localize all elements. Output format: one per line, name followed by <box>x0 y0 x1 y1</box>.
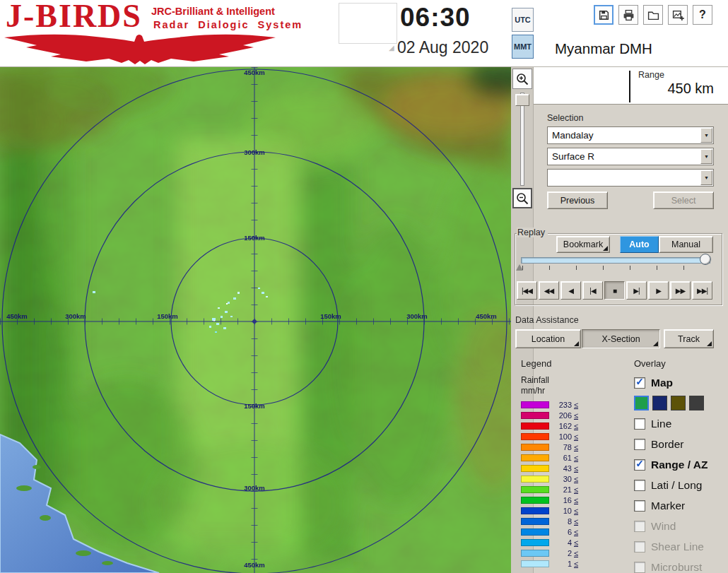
legend-le: ≤ <box>574 549 578 557</box>
map-style-swatch-olive[interactable] <box>671 396 686 410</box>
overlay-row-marker[interactable]: Marker <box>634 495 708 516</box>
legend-row: 21≤ <box>521 484 578 495</box>
timeline-ticks <box>522 266 710 270</box>
line-checkbox[interactable] <box>634 418 645 430</box>
legend-color-swatch <box>521 507 549 514</box>
timezone-utc-button[interactable]: UTC <box>512 8 534 32</box>
legend-color-swatch <box>521 486 549 493</box>
range-ring-label: 450km <box>244 561 265 569</box>
clock-date: 02 Aug 2020 <box>397 38 514 57</box>
legend-color-swatch <box>521 465 549 472</box>
product-dropdown-value: Surface R <box>552 151 594 162</box>
chevron-down-icon[interactable]: ▼ <box>700 149 712 164</box>
overlay-list: ✓ Map Line Border ✓ Range / AZ Lati / Lo… <box>634 372 708 573</box>
range-ring-label: 450km <box>476 312 497 320</box>
replay-label: Replay <box>517 228 548 237</box>
station-title: Myanmar DMH <box>555 40 652 57</box>
map-checkbox[interactable]: ✓ <box>634 377 645 389</box>
legend-value: 61 <box>555 454 572 462</box>
step-back-button[interactable]: |◀ <box>582 281 603 300</box>
range-ring-label: 300km <box>65 312 86 320</box>
corner-arrow-icon <box>603 246 608 251</box>
border-checkbox[interactable] <box>634 439 645 450</box>
help-button[interactable]: ? <box>693 5 712 25</box>
overlay-row-lati-long[interactable]: Lati / Long <box>634 475 708 495</box>
fast-forward-button[interactable]: ▶▶ <box>670 281 691 300</box>
radar-map-area[interactable]: 450km 300km 150km 150km 300km 450km 450k… <box>0 67 511 573</box>
legend-le: ≤ <box>574 411 578 420</box>
legend-color-swatch <box>521 497 549 504</box>
stop-button[interactable]: ■ <box>604 281 625 300</box>
overlay-row-wind: Wind <box>634 516 708 536</box>
magnifier-minus-icon <box>515 191 529 206</box>
open-file-button[interactable] <box>643 5 663 25</box>
add-image-button[interactable] <box>668 5 688 25</box>
lati-long-checkbox[interactable] <box>634 480 645 491</box>
skip-start-button[interactable]: |◀◀ <box>517 281 537 300</box>
overlay-row-line[interactable]: Line <box>634 413 708 434</box>
chevron-down-icon[interactable]: ▼ <box>700 170 712 185</box>
chevron-down-icon[interactable]: ▼ <box>700 128 712 143</box>
legend-color-swatch <box>521 412 549 419</box>
replay-timeline-track[interactable] <box>521 257 710 264</box>
logo-subtitle-2: Radar Dialogic System <box>153 19 303 30</box>
zoom-slider-handle[interactable] <box>515 94 529 106</box>
wind-checkbox <box>634 521 645 532</box>
map-style-swatch-blue[interactable] <box>652 396 667 410</box>
play-button[interactable]: ▶ <box>648 281 669 300</box>
legend-color-swatch <box>521 423 549 430</box>
auto-button[interactable]: Auto <box>620 236 659 253</box>
zoom-in-button[interactable] <box>512 69 532 89</box>
print-button[interactable] <box>618 5 638 25</box>
legend-value: 1 <box>555 560 572 568</box>
zoom-out-button[interactable] <box>512 188 532 208</box>
marker-checkbox[interactable] <box>634 500 645 512</box>
legend-le: ≤ <box>574 517 578 526</box>
legend-unit-2: mm/hr <box>521 386 545 396</box>
bookmark-button[interactable]: Bookmark <box>556 236 610 253</box>
map-style-swatch-gray[interactable] <box>689 396 704 410</box>
overlay-label: Border <box>651 438 684 451</box>
legend-le: ≤ <box>574 496 578 504</box>
legend-title: Legend <box>521 358 551 369</box>
xsection-button[interactable]: X-Section <box>582 329 660 348</box>
zoom-slider-track[interactable] <box>520 93 524 186</box>
option-dropdown[interactable]: ▼ <box>547 169 714 187</box>
range-value: 450 km <box>633 81 714 97</box>
manual-button[interactable]: Manual <box>659 236 713 253</box>
xsection-button-label: X-Section <box>601 334 640 344</box>
overlay-row-range-az[interactable]: ✓ Range / AZ <box>634 454 708 475</box>
overlay-row-map[interactable]: ✓ Map <box>634 372 708 393</box>
legend-le: ≤ <box>574 538 578 547</box>
legend-value: 2 <box>555 549 572 557</box>
replay-timeline-handle[interactable] <box>700 254 711 265</box>
location-button[interactable]: Location <box>515 329 581 348</box>
select-button[interactable]: Select <box>653 191 714 209</box>
play-reverse-button[interactable]: ◀ <box>560 281 581 300</box>
step-forward-button[interactable]: ▶| <box>626 281 647 300</box>
previous-button[interactable]: Previous <box>547 191 608 209</box>
skip-end-button[interactable]: ▶▶| <box>692 281 712 300</box>
track-button[interactable]: Track <box>664 329 714 348</box>
legend-value: 206 <box>555 411 572 420</box>
playback-controls: |◀◀ ◀◀ ◀ |◀ ■ ▶| ▶ ▶▶ ▶▶| <box>517 281 714 300</box>
legend-le: ≤ <box>574 443 578 451</box>
overlay-label: Line <box>651 418 671 430</box>
overlay-row-border[interactable]: Border <box>634 434 708 454</box>
legend-value: 10 <box>555 507 572 515</box>
product-dropdown[interactable]: Surface R ▼ <box>547 148 714 165</box>
range-ring-label: 150km <box>244 234 265 242</box>
legend-row: 10≤ <box>521 505 578 516</box>
overlay-label: Map <box>651 377 673 389</box>
corner-arrow-icon <box>574 341 579 346</box>
map-style-swatch-green[interactable] <box>634 396 649 410</box>
site-dropdown[interactable]: Mandalay ▼ <box>547 126 714 144</box>
range-az-checkbox[interactable]: ✓ <box>634 459 645 471</box>
legend-color-swatch <box>521 475 549 483</box>
timezone-mmt-button[interactable]: MMT <box>512 35 534 59</box>
fast-rewind-button[interactable]: ◀◀ <box>539 281 559 300</box>
save-button[interactable] <box>594 5 613 25</box>
resize-handle-icon: ◢ <box>389 44 394 52</box>
track-button-label: Track <box>678 334 700 344</box>
legend-color-swatch <box>521 550 549 557</box>
